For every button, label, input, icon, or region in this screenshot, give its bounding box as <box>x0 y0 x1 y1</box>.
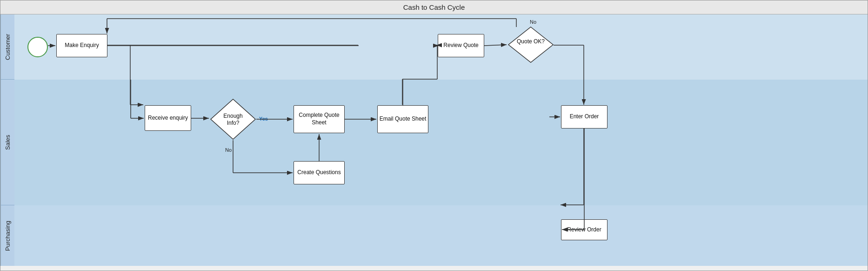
lane-content-customer: Make Enquiry Review Quote Quote OK? No <box>14 14 868 80</box>
no-enough-label: No <box>225 147 232 153</box>
svg-marker-8 <box>211 99 255 139</box>
lane-purchasing: Purchasing Review Order <box>0 205 868 266</box>
start-event <box>27 37 48 57</box>
lane-label-customer: Customer <box>0 14 14 79</box>
complete-quote-sheet-label: Complete Quote Sheet <box>294 112 344 126</box>
yes-label: Yes <box>259 116 268 122</box>
receive-enquiry-label: Receive enquiry <box>148 115 188 122</box>
sales-arrows <box>14 80 868 205</box>
email-quote-sheet-label: Email Quote Sheet <box>380 115 427 123</box>
email-quote-sheet-node[interactable]: Email Quote Sheet <box>377 105 428 133</box>
make-enquiry-node[interactable]: Make Enquiry <box>56 34 107 57</box>
make-enquiry-label: Make Enquiry <box>65 42 99 49</box>
svg-marker-0 <box>508 27 553 62</box>
lane-content-purchasing: Review Order <box>14 205 868 266</box>
create-questions-node[interactable]: Create Questions <box>294 161 345 184</box>
enter-order-label: Enter Order <box>570 113 599 121</box>
no-quote-label: No <box>530 19 536 25</box>
enter-order-node[interactable]: Enter Order <box>561 105 608 129</box>
diagram-title: Cash to Cash Cycle <box>0 0 868 14</box>
review-quote-node[interactable]: Review Quote <box>438 34 484 57</box>
svg-text:Enough: Enough <box>223 113 242 119</box>
lane-sales: Sales Receive enquiry Enough Info? Yes <box>0 80 868 205</box>
swim-lanes: Customer Make Enquiry Review Quote Quote… <box>0 14 868 271</box>
purchasing-arrows <box>14 205 868 266</box>
complete-quote-sheet-node[interactable]: Complete Quote Sheet <box>294 105 345 133</box>
lane-label-sales: Sales <box>0 80 14 205</box>
quote-ok-node[interactable]: Quote OK? <box>507 26 554 63</box>
svg-text:Quote OK?: Quote OK? <box>517 38 545 45</box>
lane-customer: Customer Make Enquiry Review Quote Quote… <box>0 14 868 80</box>
review-order-label: Review Order <box>567 226 601 234</box>
lane-content-sales: Receive enquiry Enough Info? Yes Comp <box>14 80 868 205</box>
lane-label-purchasing: Purchasing <box>0 205 14 266</box>
diagram-container: Cash to Cash Cycle Customer Make Enquiry… <box>0 0 868 271</box>
svg-text:Info?: Info? <box>227 120 240 126</box>
review-quote-label: Review Quote <box>443 42 478 49</box>
review-order-node[interactable]: Review Order <box>561 219 608 240</box>
create-questions-label: Create Questions <box>297 169 341 176</box>
svg-line-7 <box>484 45 507 46</box>
enough-info-node[interactable]: Enough Info? <box>210 98 256 140</box>
receive-enquiry-node[interactable]: Receive enquiry <box>145 105 191 131</box>
